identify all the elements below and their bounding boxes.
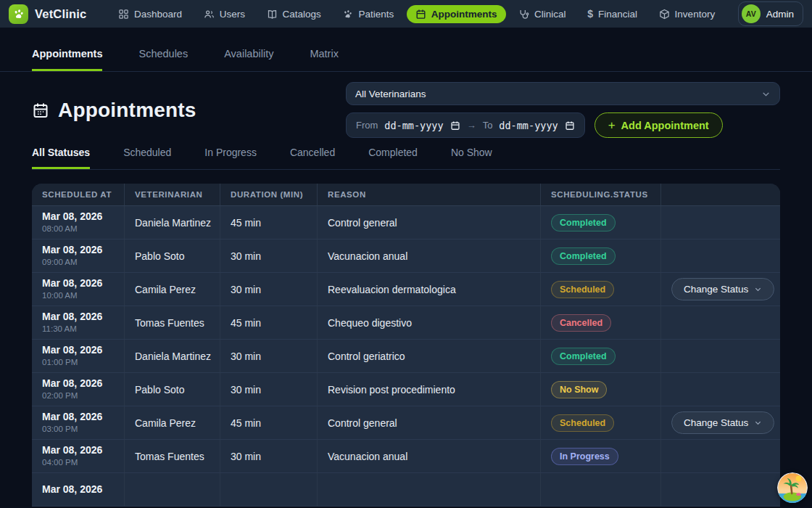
nav-item-clinical[interactable]: Clinical <box>510 5 575 23</box>
add-appointment-button[interactable]: + Add Appointment <box>594 112 723 138</box>
cell-veterinarian: Camila Perez <box>124 406 220 439</box>
cell-scheduled-at: Mar 08, 202601:00 PM <box>32 340 124 372</box>
veterinarian-select[interactable]: All Veterinarians <box>346 82 780 105</box>
appointment-time: 01:00 PM <box>42 357 114 368</box>
cell-status: Cancelled <box>540 306 660 339</box>
nav-item-catalogs[interactable]: Catalogs <box>258 5 330 23</box>
cell-actions: Change Status <box>660 273 780 306</box>
cell-actions <box>660 473 780 506</box>
col-scheduled-at: Scheduled At <box>32 184 124 205</box>
cell-status: No Show <box>540 373 660 406</box>
cell-actions <box>660 306 780 339</box>
appointment-time: 09:00 AM <box>42 257 114 268</box>
table-row: Mar 08, 202604:00 PMTomas Fuentes30 minV… <box>32 440 780 473</box>
status-badge: No Show <box>551 381 607 398</box>
appointment-date: Mar 08, 2026 <box>42 311 114 324</box>
col-actions <box>660 184 780 205</box>
change-status-button[interactable]: Change Status <box>671 278 774 300</box>
nav-item-label: Inventory <box>675 9 716 20</box>
status-tab-in-progress[interactable]: In Progress <box>204 147 257 169</box>
cell-duration: 45 min <box>220 406 317 439</box>
appointment-date: Mar 08, 2026 <box>42 483 114 496</box>
status-tab-scheduled[interactable]: Scheduled <box>123 147 171 169</box>
col-veterinarian: Veterinarian <box>124 184 220 205</box>
nav-item-label: Users <box>220 9 245 20</box>
status-tab-completed[interactable]: Completed <box>368 147 418 169</box>
cell-reason: Control general <box>317 206 540 239</box>
cell-veterinarian: Daniela Martinez <box>124 340 220 372</box>
cell-duration: 30 min <box>220 273 317 306</box>
cell-veterinarian: Tomas Fuentes <box>124 306 220 339</box>
cell-veterinarian: Pablo Soto <box>124 373 220 406</box>
nav-item-label: Clinical <box>534 9 566 20</box>
chevron-down-icon <box>761 89 771 99</box>
arrow-right-icon: → <box>467 120 476 131</box>
calendar-icon[interactable] <box>565 120 575 131</box>
admin-menu[interactable]: AV Admin <box>738 1 803 26</box>
tab-availability[interactable]: Availability <box>224 48 273 71</box>
package-icon <box>659 9 670 20</box>
stethoscope-icon <box>518 9 529 20</box>
cell-reason: Control geriatrico <box>317 340 540 372</box>
nav-item-financial[interactable]: $ Financial <box>579 4 646 23</box>
users-icon <box>204 9 215 20</box>
cell-veterinarian: Camila Perez <box>124 273 220 306</box>
avatar: AV <box>742 4 761 23</box>
status-tab-no-show[interactable]: No Show <box>451 147 492 169</box>
status-tab-all[interactable]: All Statuses <box>32 147 90 169</box>
cell-actions: Change Status <box>660 406 780 439</box>
plus-icon: + <box>608 118 616 133</box>
appointment-date: Mar 08, 2026 <box>42 277 114 290</box>
to-label: To <box>483 120 493 131</box>
from-date-input[interactable]: dd-mm-yyyy <box>384 120 443 131</box>
calendar-icon[interactable] <box>450 120 460 131</box>
change-status-label: Change Status <box>684 417 748 428</box>
nav-item-patients[interactable]: Patients <box>334 5 402 23</box>
nav-item-users[interactable]: Users <box>195 5 254 23</box>
cell-scheduled-at: Mar 08, 202611:30 AM <box>32 306 124 339</box>
nav-item-label: Appointments <box>431 9 497 20</box>
header-row: Appointments All Veterinarians From dd-m… <box>32 82 780 138</box>
status-badge: In Progress <box>551 448 618 465</box>
brand[interactable]: VetClinic <box>9 4 87 24</box>
cell-actions <box>660 206 780 239</box>
nav-item-label: Patients <box>358 9 394 20</box>
from-label: From <box>356 120 378 131</box>
cell-reason: Vacunacion anual <box>317 239 540 272</box>
table-row: Mar 08, 202601:00 PMDaniela Martinez30 m… <box>32 340 780 373</box>
cell-duration: 45 min <box>220 306 317 339</box>
tab-matrix[interactable]: Matrix <box>310 48 338 71</box>
nav-item-inventory[interactable]: Inventory <box>650 5 724 23</box>
cell-status: Completed <box>540 206 660 239</box>
cell-veterinarian <box>124 473 220 506</box>
nav-item-label: Financial <box>598 9 637 20</box>
appointment-date: Mar 08, 2026 <box>42 377 114 390</box>
appointment-date: Mar 08, 2026 <box>42 444 114 457</box>
status-badge: Completed <box>551 247 616 265</box>
tab-schedules[interactable]: Schedules <box>138 48 188 71</box>
cell-scheduled-at: Mar 08, 202603:00 PM <box>32 406 124 439</box>
change-status-button[interactable]: Change Status <box>671 411 774 434</box>
paw-icon <box>12 8 25 20</box>
nav-item-appointments[interactable]: Appointments <box>407 5 506 23</box>
cell-scheduled-at: Mar 08, 202604:00 PM <box>32 440 124 472</box>
status-tab-cancelled[interactable]: Cancelled <box>290 147 335 169</box>
cell-status: Scheduled <box>540 406 660 439</box>
date-range-filter: From dd-mm-yyyy → To dd-mm-yyyy <box>346 112 585 138</box>
table-row: Mar 08, 202609:00 AMPablo Soto30 minVacu… <box>32 239 780 273</box>
module-tabs: Appointments Schedules Availability Matr… <box>0 28 812 72</box>
cell-scheduled-at: Mar 08, 202608:00 AM <box>32 206 124 239</box>
cell-duration <box>220 473 317 506</box>
cell-reason: Revision post procedimiento <box>317 373 540 406</box>
nav-item-dashboard[interactable]: Dashboard <box>109 5 191 23</box>
cell-reason: Reevaluacion dermatologica <box>317 273 540 306</box>
to-date-input[interactable]: dd-mm-yyyy <box>499 120 558 131</box>
date-filter-controls: From dd-mm-yyyy → To dd-mm-yyyy <box>346 112 780 138</box>
filters: All Veterinarians From dd-mm-yyyy <box>346 82 780 138</box>
tab-appointments[interactable]: Appointments <box>32 48 102 71</box>
cell-duration: 45 min <box>220 206 317 239</box>
status-filter-tabs: All Statuses Scheduled In Progress Cance… <box>32 147 780 170</box>
cell-scheduled-at: Mar 08, 202609:00 AM <box>32 239 124 272</box>
table-row: Mar 08, 202602:00 PMPablo Soto30 minRevi… <box>32 373 780 406</box>
table-row: Mar 08, 202611:30 AMTomas Fuentes45 minC… <box>32 306 780 340</box>
